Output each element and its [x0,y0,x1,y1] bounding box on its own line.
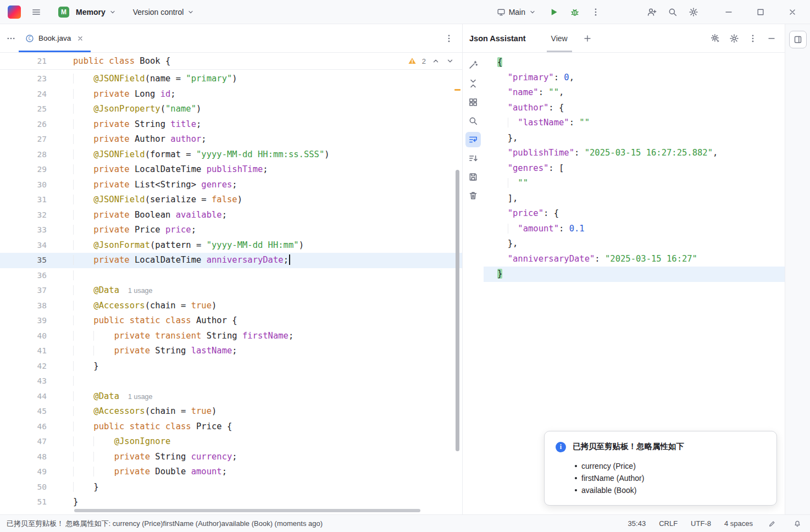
file-encoding[interactable]: UTF-8 [691,519,711,528]
hidden-tabs-button[interactable] [3,31,19,46]
json-line[interactable]: } [484,267,785,282]
code-line[interactable]: 37 @Data1 usage [0,283,462,298]
plus-icon [583,34,592,43]
json-line[interactable]: "lastName": "" [484,115,785,131]
json-line[interactable]: { [484,55,785,70]
sticky-header-line[interactable]: 21 public class Book { 2 [0,53,462,70]
inlay-usage-hint[interactable]: 1 usage [128,393,152,401]
code-line[interactable]: 26 private String title; [0,117,462,132]
next-problem-chevron-down-icon[interactable] [446,57,454,65]
run-configuration-widget[interactable]: Main [492,5,541,19]
indent-setting[interactable]: 4 spaces [724,519,753,528]
maximize-button[interactable] [753,4,768,20]
json-line[interactable]: }, [484,131,785,146]
code-line[interactable]: 51} [0,495,462,510]
inlay-usage-hint[interactable]: 1 usage [128,287,152,295]
json-line[interactable]: "primary": 0, [484,70,785,86]
code-line[interactable]: 40 private transient String firstName; [0,329,462,344]
sort-button[interactable] [465,151,481,166]
main-menu-button[interactable] [29,4,44,20]
code-line[interactable]: 31 @JSONField(serialize = false) [0,192,462,208]
json-line[interactable]: "anniversaryDate": "2025-03-15 16:27" [484,252,785,267]
status-message[interactable]: 已拷贝至剪贴板！ 忽略属性如下: currency (Price)firstNa… [7,519,323,529]
vcs-label: Version control [133,8,184,16]
json-line[interactable]: "genres": [ [484,161,785,176]
project-widget[interactable]: M Memory [54,4,121,20]
collapse-all-button[interactable] [465,76,481,91]
code-line[interactable]: 34 @JsonFormat(pattern = "yyyy-MM-dd HH:… [0,238,462,253]
line-ending[interactable]: CRLF [659,519,678,528]
code-line[interactable]: 47 @JsonIgnore [0,434,462,450]
code-line[interactable]: 35 private LocalDateTime anniversaryDate… [0,253,462,268]
project-name: Memory [76,8,106,16]
code-line[interactable]: 43 [0,374,462,389]
tool-window-settings-button[interactable] [726,31,742,46]
beautify-button[interactable] [465,57,481,73]
code-line[interactable]: 33 private Price price; [0,223,462,238]
debug-button[interactable] [567,4,582,20]
editor-options-button[interactable] [441,31,457,46]
code-editor[interactable]: 23 @JSONField(name = "primary")24 privat… [0,70,462,514]
minimize-button[interactable] [721,4,736,20]
code-line[interactable]: 30 private List<String> genres; [0,178,462,193]
code-line[interactable]: 44 @Data1 usage [0,389,462,404]
previous-problem-chevron-up-icon[interactable] [431,57,440,65]
code-text: private List<String> genres; [73,178,237,193]
write-access-button[interactable] [766,518,778,530]
run-button[interactable] [546,4,562,20]
json-line[interactable]: "" [484,176,785,191]
code-line[interactable]: 25 @JsonProperty("name") [0,102,462,117]
tab-close-icon[interactable] [76,35,84,42]
json-assistant-stripe-button[interactable] [789,31,807,48]
code-line[interactable]: 29 private LocalDateTime publishTime; [0,162,462,178]
code-line[interactable]: 48 private String currency; [0,450,462,465]
add-tab-button[interactable] [580,31,595,46]
code-line[interactable]: 23 @JSONField(name = "primary") [0,71,462,87]
hide-tool-window-button[interactable] [764,31,779,46]
code-line[interactable]: 27 private Author author; [0,132,462,147]
vcs-widget[interactable]: Version control [129,5,199,19]
json-line[interactable]: "name": "", [484,85,785,101]
json-line[interactable]: }, [484,236,785,252]
code-line[interactable]: 49 private Double amount; [0,464,462,480]
editor-tab-book-java[interactable]: C Book.java [19,24,91,52]
pen-icon [768,520,776,528]
code-line[interactable]: 42 } [0,359,462,374]
notification-balloon[interactable]: i 已拷贝至剪贴板！忽略属性如下 currency (Price)firstNa… [544,431,777,506]
json-line[interactable]: "amount": 0.1 [484,221,785,237]
tab-view[interactable]: View [547,24,572,52]
code-line[interactable]: 45 @Accessors(chain = true) [0,404,462,419]
minify-button[interactable] [465,95,481,110]
code-line[interactable]: 50 } [0,480,462,495]
code-line[interactable]: 28 @JSONField(format = "yyyy-MM-dd HH:mm… [0,147,462,163]
delete-button[interactable] [465,188,481,203]
json-line[interactable]: ], [484,191,785,207]
soft-wrap-button[interactable] [465,132,481,147]
more-actions-button[interactable] [588,4,603,20]
horizontal-scrollbar[interactable] [74,509,420,512]
tool-window-more-button[interactable] [745,31,761,46]
code-line[interactable]: 32 private Boolean available; [0,208,462,223]
gear-run-icon [711,34,720,43]
search-everywhere-button[interactable] [665,4,680,20]
code-line[interactable]: 36 [0,268,462,284]
vertical-scrollbar[interactable] [456,170,459,451]
line-number: 46 [0,419,47,435]
json-line[interactable]: "author": { [484,101,785,116]
notifications-button[interactable] [791,518,803,530]
code-line[interactable]: 46 public static class Price { [0,419,462,435]
code-line[interactable]: 41 private String lastName; [0,343,462,359]
code-line[interactable]: 39 public static class Author { [0,313,462,329]
save-button[interactable] [465,169,481,185]
json-line[interactable]: "publishTime": "2025-03-15 16:27:25.882"… [484,146,785,161]
warning-stripe-mark[interactable] [454,89,461,91]
code-line[interactable]: 24 private Long id; [0,87,462,102]
find-button[interactable] [465,113,481,129]
settings-button[interactable] [686,4,701,20]
json-options-button[interactable] [708,31,723,46]
caret-position[interactable]: 35:43 [628,519,646,528]
code-with-me-button[interactable] [644,4,659,20]
close-button[interactable] [785,4,800,20]
json-line[interactable]: "price": { [484,206,785,221]
code-line[interactable]: 38 @Accessors(chain = true) [0,298,462,314]
